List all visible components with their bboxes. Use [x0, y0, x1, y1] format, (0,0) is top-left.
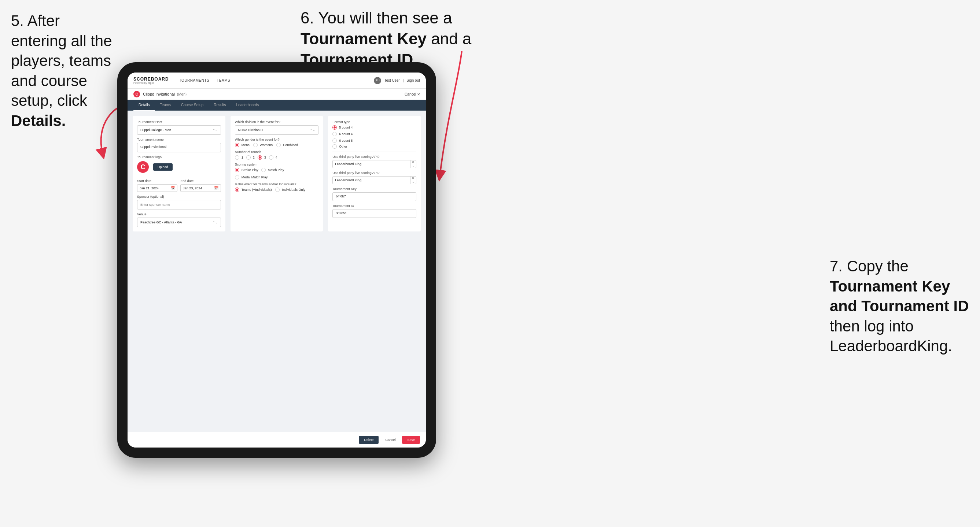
gender-combined[interactable]: Combined [276, 143, 298, 147]
end-calendar-icon: 📅 [214, 186, 218, 190]
sponsor-group: Sponsor (optional) [137, 195, 221, 210]
upload-button[interactable]: Upload [153, 163, 173, 171]
tab-details[interactable]: Details [134, 100, 155, 111]
radio-medal[interactable] [235, 175, 239, 179]
cancel-button[interactable]: Cancel [382, 436, 399, 444]
format-6count5[interactable]: 6 count 5 [332, 138, 416, 143]
tablet: SCOREBOARD Powered by clippd TOURNAMENTS… [117, 62, 436, 458]
teams-row: Teams (+Individuals) Individuals Only [235, 187, 319, 192]
gender-label: Which gender is the event for? [235, 138, 319, 141]
api1-label: Use third-party live scoring API? [332, 155, 416, 159]
api1-dropdown[interactable]: ⌄ [410, 164, 416, 168]
division-group: Which division is the event for? NCAA Di… [235, 120, 319, 135]
radio-teams[interactable] [235, 187, 239, 192]
division-dropdown-icon: ⌃⌄ [310, 129, 315, 132]
gender-mens[interactable]: Mens [235, 143, 250, 147]
radio-round4[interactable] [269, 155, 274, 160]
radio-round1[interactable] [235, 155, 239, 160]
nav-tournaments[interactable]: TOURNAMENTS [179, 78, 210, 83]
format-5count4[interactable]: 5 count 4 [332, 125, 416, 130]
division-label: Which division is the event for? [235, 120, 319, 124]
api1-input[interactable]: Leaderboard King ✕ ⌄ [332, 160, 416, 168]
rounds-group: Number of rounds 1 2 3 [235, 150, 319, 160]
radio-round2[interactable] [246, 155, 251, 160]
host-dropdown-icon: ⌃⌄ [213, 129, 218, 132]
tournament-id-value: 302051 [332, 209, 416, 218]
teams-individuals[interactable]: Individuals Only [275, 187, 305, 192]
tournament-name-input[interactable]: Clippd Invitational [137, 143, 221, 152]
radio-individuals[interactable] [275, 187, 280, 192]
radio-round3[interactable] [258, 155, 262, 160]
scoring-medal[interactable]: Medal Match Play [235, 175, 268, 179]
tab-course-setup[interactable]: Course Setup [176, 100, 208, 111]
radio-6count5[interactable] [332, 138, 337, 143]
tournament-logo-group: Tournament logo C Upload [137, 155, 221, 173]
sponsor-input[interactable] [137, 200, 221, 210]
tab-leaderboards[interactable]: Leaderboards [231, 100, 264, 111]
scoring-stroke[interactable]: Stroke Play [235, 168, 258, 172]
api2-clear[interactable]: ✕ [410, 176, 416, 180]
scoring-match[interactable]: Match Play [261, 168, 285, 172]
scoring-group: Scoring system Stroke Play Match Play [235, 163, 319, 179]
nav-signout[interactable]: Sign out [406, 78, 420, 83]
delete-button[interactable]: Delete [359, 436, 379, 444]
tab-teams[interactable]: Teams [155, 100, 176, 111]
nav-right: TU Test User | Sign out [374, 77, 420, 84]
gender-row: Mens Womens Combined [235, 143, 319, 147]
tournament-id-group: Tournament ID 302051 [332, 204, 416, 218]
divider2 [332, 152, 416, 152]
api2-dropdown[interactable]: ⌄ [410, 180, 416, 184]
api2-label: Use third-party live scoring API? [332, 171, 416, 175]
venue-label: Venue [137, 213, 221, 216]
round-4[interactable]: 4 [269, 155, 277, 160]
round-2[interactable]: 2 [246, 155, 255, 160]
scoring-row: Stroke Play Match Play Medal Match Play [235, 168, 319, 179]
breadcrumb-cancel[interactable]: Cancel ✕ [405, 92, 420, 96]
tournament-host-label: Tournament Host [137, 120, 221, 124]
radio-womens[interactable] [253, 143, 258, 147]
teams-teams[interactable]: Teams (+Individuals) [235, 187, 272, 192]
save-button[interactable]: Save [402, 436, 420, 444]
radio-5count4[interactable] [332, 125, 337, 130]
nav-pipe: | [403, 78, 404, 83]
api1-controls: ✕ ⌄ [410, 160, 416, 168]
radio-mens[interactable] [235, 143, 239, 147]
round-3[interactable]: 3 [258, 155, 266, 160]
api2-input[interactable]: Leaderboard King ✕ ⌄ [332, 176, 416, 184]
tab-results[interactable]: Results [208, 100, 231, 111]
format-other[interactable]: Other [332, 144, 416, 149]
radio-other[interactable] [332, 144, 337, 149]
teams-label: Is this event for Teams and/or Individua… [235, 183, 319, 186]
venue-input[interactable]: Peachtree GC - Atlanta - GA ⌃⌄ [137, 217, 221, 227]
format-6count4[interactable]: 6 count 4 [332, 132, 416, 136]
radio-match[interactable] [261, 168, 266, 172]
middle-form-section: Which division is the event for? NCAA Di… [231, 116, 323, 232]
logo-icon: C [137, 161, 149, 173]
division-input[interactable]: NCAA Division III ⌃⌄ [235, 125, 319, 135]
end-date-input[interactable]: Jan 23, 2024 📅 [180, 184, 221, 192]
tournament-host-input[interactable]: Clippd College - Men ⌃⌄ [137, 125, 221, 135]
rounds-row: 1 2 3 4 [235, 155, 319, 160]
breadcrumb-title: Clippd Invitational (Men) [143, 92, 186, 96]
api2-controls: ✕ ⌄ [410, 176, 416, 184]
venue-dropdown-icon: ⌃⌄ [213, 221, 218, 224]
dates-group: Start date Jan 21, 2024 📅 End date Jan 2… [137, 179, 221, 192]
gender-womens[interactable]: Womens [253, 143, 273, 147]
round-1[interactable]: 1 [235, 155, 243, 160]
user-avatar: TU [374, 77, 381, 84]
format-section: 5 count 4 6 count 4 6 count 5 [332, 125, 416, 143]
tournament-key-group: Tournament Key b4f6b7 [332, 187, 416, 201]
nav-teams[interactable]: TEAMS [216, 78, 230, 83]
end-date-label: End date [180, 179, 221, 183]
scoreboard-logo-title: SCOREBOARD [134, 76, 169, 82]
tournament-id-label: Tournament ID [332, 204, 416, 208]
api1-group: Use third-party live scoring API? Leader… [332, 155, 416, 168]
scoreboard-logo-sub: Powered by clippd [134, 82, 169, 84]
start-date-input[interactable]: Jan 21, 2024 📅 [137, 184, 177, 192]
radio-stroke[interactable] [235, 168, 239, 172]
start-calendar-icon: 📅 [170, 186, 175, 190]
radio-combined[interactable] [276, 143, 281, 147]
api1-clear[interactable]: ✕ [410, 160, 416, 164]
radio-6count4[interactable] [332, 132, 337, 136]
logo-upload: C Upload [137, 161, 221, 173]
